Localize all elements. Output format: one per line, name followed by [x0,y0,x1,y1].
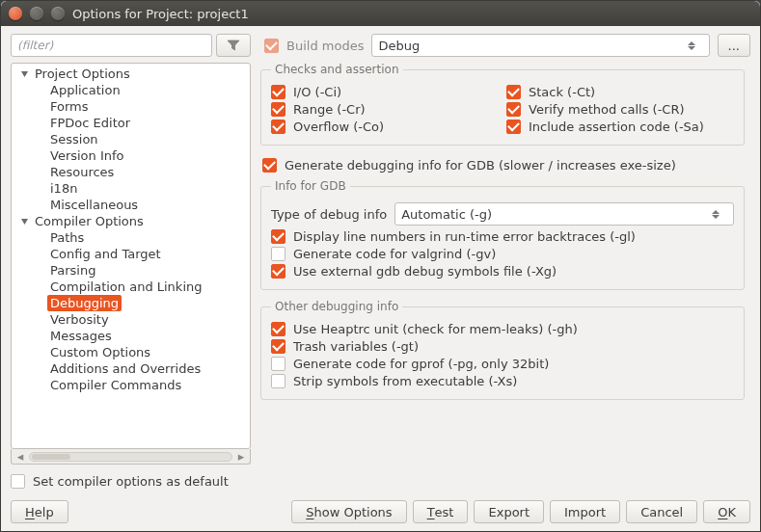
tree-item-compilation-linking[interactable]: Compilation and Linking [47,279,205,295]
debug-type-value: Automatic (-g) [401,207,492,222]
checkbox-valgrind[interactable] [271,247,285,261]
tree-item-session[interactable]: Session [47,131,101,147]
checkbox-label[interactable]: Use Heaptrc unit (check for mem-leaks) (… [293,322,578,336]
build-mode-value: Debug [378,39,420,53]
tree-item-additions-overrides[interactable]: Additions and Overrides [47,360,204,377]
minimize-icon[interactable] [30,7,43,20]
checkbox-set-default[interactable] [11,474,25,489]
checkbox-strip[interactable] [271,374,285,388]
checkbox-label[interactable]: Stack (-Ct) [529,85,595,99]
tree-hscrollbar[interactable]: ◂ ▸ [11,449,251,465]
window-title: Options for Project: project1 [72,7,249,21]
build-mode-select[interactable]: Debug [371,34,709,57]
tree-group-compiler-options: Compiler Options Paths Config and Target… [15,213,250,393]
close-icon[interactable] [9,7,22,20]
scroll-right-icon[interactable]: ▸ [234,449,248,464]
titlebar: Options for Project: project1 [1,1,760,26]
checkbox-gprof[interactable] [271,357,285,371]
collapse-icon[interactable] [19,68,30,79]
options-tree[interactable]: Project Options Application Forms FPDoc … [11,63,251,449]
info-for-gdb-group: Info for GDB Type of debug info Automati… [260,179,745,290]
checkbox-range[interactable] [271,102,285,117]
tree-item-config-target[interactable]: Config and Target [47,246,164,262]
options-window: Options for Project: project1 (filter) B… [0,0,761,532]
chevron-up-down-icon [712,210,727,219]
tree-item-custom-options[interactable]: Custom Options [47,344,153,360]
tree-item-i18n[interactable]: i18n [47,180,80,197]
build-modes-more-button[interactable]: ... [718,34,750,57]
maximize-icon[interactable] [51,7,65,20]
filter-placeholder: (filter) [17,39,53,52]
checkbox-overflow[interactable] [271,120,285,134]
checkbox-verify[interactable] [506,102,521,117]
tree-group-label[interactable]: Compiler Options [32,213,147,229]
checkbox-label[interactable]: Verify method calls (-CR) [529,102,685,117]
checkbox-label[interactable]: Display line numbers in run-time error b… [293,229,636,244]
group-legend: Info for GDB [271,179,350,193]
help-label: elp [35,505,54,519]
checkbox-label[interactable]: Range (-Cr) [293,102,366,117]
tree-item-debugging[interactable]: Debugging [47,295,122,311]
group-legend: Other debugging info [271,300,402,313]
checkbox-label[interactable]: Include assertion code (-Sa) [529,120,704,134]
checkbox-label[interactable]: Overflow (-Co) [293,120,384,134]
collapse-icon[interactable] [19,216,30,226]
checkbox-label[interactable]: Generate code for valgrind (-gv) [293,247,496,261]
checkbox-label[interactable]: Strip symbols from executable (-Xs) [293,374,517,388]
tree-item-parsing[interactable]: Parsing [47,262,98,279]
checkbox-assert[interactable] [506,120,521,134]
tree-item-version-info[interactable]: Version Info [47,147,127,164]
tree-item-resources[interactable]: Resources [47,164,117,180]
checkbox-label[interactable]: Trash variables (-gt) [293,339,419,354]
tree-group-project-options: Project Options Application Forms FPDoc … [15,66,250,213]
checks-assertion-group: Checks and assertion I/O (-Ci) Range (-C… [260,63,745,146]
checkbox-trash[interactable] [271,339,285,354]
checkbox-stack[interactable] [506,85,521,99]
help-button[interactable]: Help [11,500,68,523]
checkbox-generate-gdb[interactable] [262,158,277,173]
tree-item-verbosity[interactable]: Verbosity [47,311,112,328]
tree-item-paths[interactable]: Paths [47,229,87,246]
chevron-up-down-icon [688,41,703,50]
checkbox-linenum[interactable] [271,229,285,244]
checkbox-label[interactable]: Generate code for gprof (-pg, only 32bit… [293,357,549,371]
tree-item-compiler-commands[interactable]: Compiler Commands [47,377,184,393]
cancel-button[interactable]: Cancel [626,500,697,523]
tree-group-label[interactable]: Project Options [32,66,133,82]
filter-clear-button[interactable] [216,34,251,57]
tree-item-forms[interactable]: Forms [47,98,92,115]
group-legend: Checks and assertion [271,63,403,76]
tree-item-application[interactable]: Application [47,82,123,98]
checkbox-ext-sym[interactable] [271,264,285,279]
filter-input[interactable]: (filter) [11,34,212,57]
tree-item-miscellaneous[interactable]: Miscellaneous [47,197,141,213]
import-button[interactable]: Import [550,500,620,523]
build-modes-checkbox [264,39,279,53]
ok-button[interactable]: OK [703,500,750,523]
export-button[interactable]: Export [474,500,544,523]
checkbox-label[interactable]: Generate debugging info for GDB (slower … [285,158,676,173]
debug-type-label: Type of debug info [271,207,387,222]
show-options-button[interactable]: Show Options [291,500,406,523]
build-modes-label: Build modes [286,39,364,53]
debug-type-select[interactable]: Automatic (-g) [394,202,734,226]
checkbox-heaptrc[interactable] [271,322,285,336]
funnel-icon [227,39,240,52]
scroll-left-icon[interactable]: ◂ [14,449,27,464]
other-debugging-group: Other debugging info Use Heaptrc unit (c… [260,300,745,400]
tree-item-messages[interactable]: Messages [47,328,115,344]
test-button[interactable]: Test [413,500,469,523]
checkbox-label[interactable]: I/O (-Ci) [293,85,341,99]
checkbox-label[interactable]: Use external gdb debug symbols file (-Xg… [293,264,557,279]
checkbox-io[interactable] [271,85,285,99]
tree-item-fpdoc-editor[interactable]: FPDoc Editor [47,115,133,131]
set-default-label[interactable]: Set compiler options as default [33,474,229,489]
